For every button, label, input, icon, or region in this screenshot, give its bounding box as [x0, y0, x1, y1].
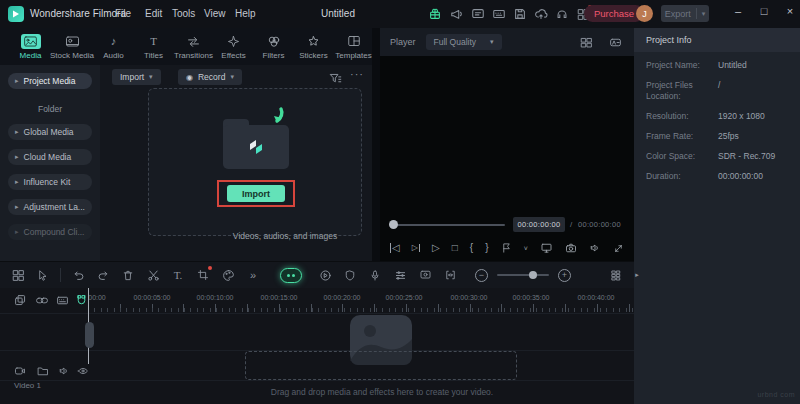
voiceover-mic-icon[interactable] [367, 267, 383, 283]
zoom-in-button[interactable]: + [558, 269, 571, 282]
watermark: urbnd com [757, 391, 795, 398]
volume-button[interactable] [589, 242, 601, 254]
record-to-track-icon[interactable] [13, 364, 27, 378]
marker-caret-icon[interactable]: ˅ [524, 245, 528, 252]
marker-button[interactable] [501, 242, 512, 254]
fit-timeline-icon[interactable] [442, 267, 458, 283]
sidebar-item-project-media[interactable]: ▸ Project Media [8, 73, 92, 89]
templates-icon [344, 34, 364, 49]
tab-titles[interactable]: T Titles [135, 30, 172, 64]
title-bar: Wondershare Filmora File Edit Tools View… [0, 0, 800, 28]
cloud-upload-icon[interactable] [533, 6, 549, 22]
text-tool-icon[interactable]: T. [170, 267, 186, 283]
tab-templates[interactable]: Templates [335, 30, 372, 64]
panel-divider[interactable] [372, 28, 380, 261]
record-dot-icon: ◉ [186, 73, 193, 82]
import-drop-zone[interactable]: Import Videos, audios, and images [148, 88, 362, 236]
sidebar-item-cloud-media[interactable]: ▸ Cloud Media [8, 149, 92, 165]
layout-grid-icon[interactable] [10, 267, 26, 283]
tab-effects[interactable]: Effects [215, 30, 252, 64]
notification-icon[interactable] [554, 6, 570, 22]
timeline-scrollbar-thumb[interactable] [85, 322, 94, 348]
tab-media[interactable]: Media [12, 30, 49, 64]
crop-icon[interactable] [195, 267, 211, 283]
close-button[interactable]: × [781, 5, 799, 17]
shortcut-panel-icon[interactable] [491, 6, 507, 22]
scrubber-handle[interactable] [389, 220, 398, 229]
quality-select[interactable]: Full Quality ▾ [426, 34, 502, 50]
track-height-caret-icon[interactable]: ▸ [629, 267, 645, 283]
color-palette-icon[interactable] [220, 267, 236, 283]
menu-file[interactable]: File [115, 8, 131, 19]
undo-icon[interactable] [70, 267, 86, 283]
multiview-icon[interactable] [578, 34, 594, 50]
play-button[interactable]: ▷ [432, 243, 440, 253]
previous-frame-button[interactable]: ◁ [390, 243, 400, 253]
import-button[interactable]: Import [227, 185, 285, 202]
avatar[interactable]: J [636, 5, 653, 22]
tab-stickers[interactable]: Stickers [295, 30, 332, 64]
add-marker-icon[interactable] [13, 293, 28, 308]
mark-in-button[interactable]: { [470, 243, 473, 253]
split-scissors-icon[interactable] [145, 267, 161, 283]
gift-icon[interactable] [427, 6, 443, 22]
track-visibility-icon[interactable] [76, 364, 90, 378]
sidebar-item-adjustment-layer[interactable]: ▸ Adjustment La... [8, 199, 92, 215]
feedback-icon[interactable] [470, 6, 486, 22]
tab-transitions[interactable]: Transitions [175, 30, 212, 64]
timeline-zoom-slider[interactable] [497, 274, 549, 276]
media-sidebar: ▸ Project Media Folder ▸ Global Media ▸ … [0, 65, 100, 261]
select-tool-icon[interactable] [35, 267, 51, 283]
stop-button[interactable]: □ [452, 243, 458, 253]
tab-filters[interactable]: Filters [255, 30, 292, 64]
project-info-rows: Project Name:Untitled Project Files Loca… [646, 60, 792, 182]
track-folder-icon[interactable] [36, 364, 50, 378]
auto-ripple-icon[interactable] [34, 293, 49, 308]
mark-out-button[interactable]: } [485, 243, 488, 253]
ai-copilot-icon[interactable] [280, 268, 302, 283]
mask-shield-icon[interactable] [342, 267, 358, 283]
more-tools-icon[interactable]: » [245, 267, 261, 283]
menu-tools[interactable]: Tools [172, 8, 195, 19]
magnet-snap-icon[interactable] [74, 293, 89, 308]
caret-right-icon: ▸ [15, 77, 19, 85]
menu-help[interactable]: Help [235, 8, 256, 19]
delete-icon[interactable] [120, 267, 136, 283]
menu-view[interactable]: View [204, 8, 226, 19]
ruler-label: 00:00 [88, 294, 106, 301]
track-mute-icon[interactable] [57, 364, 71, 378]
render-preview-icon[interactable] [317, 267, 333, 283]
zoom-slider-handle[interactable] [529, 271, 537, 279]
snapshot-button[interactable] [565, 242, 577, 254]
tab-audio[interactable]: ♪ Audio [95, 30, 132, 64]
import-dropdown[interactable]: Import ▾ [112, 69, 161, 85]
zoom-out-button[interactable]: − [475, 269, 488, 282]
screen-record-icon[interactable] [417, 267, 433, 283]
scrubber-track[interactable] [392, 224, 505, 226]
sidebar-item-compound-clip[interactable]: ▸ Compound Cli... [8, 224, 92, 240]
sidebar-item-influence-kit[interactable]: ▸ Influence Kit [8, 174, 92, 190]
player-scrubber[interactable]: 00:00:00:00 / 00:00:00:00 [380, 215, 634, 235]
next-frame-button[interactable]: ▷ [412, 244, 420, 252]
minimize-button[interactable]: – [729, 5, 747, 17]
more-options-icon[interactable]: ··· [350, 68, 364, 80]
export-divider [696, 8, 697, 19]
sidebar-item-global-media[interactable]: ▸ Global Media [8, 124, 92, 140]
redo-icon[interactable] [95, 267, 111, 283]
preview-display-button[interactable] [540, 242, 553, 254]
export-button[interactable]: Export ▾ [661, 5, 709, 22]
track-height-icon[interactable] [608, 267, 624, 283]
megaphone-icon[interactable] [449, 6, 465, 22]
menu-edit[interactable]: Edit [145, 8, 162, 19]
fullscreen-button[interactable] [613, 243, 624, 254]
record-dropdown[interactable]: ◉ Record ▾ [178, 69, 242, 85]
audio-mixer-icon[interactable] [392, 267, 408, 283]
render-quality-icon[interactable] [607, 34, 623, 50]
filter-icon[interactable] [328, 71, 342, 85]
keyboard-icon[interactable] [55, 293, 70, 308]
timeline-drop-zone[interactable] [245, 351, 517, 380]
save-icon[interactable] [512, 6, 528, 22]
maximize-button[interactable]: □ [755, 5, 773, 17]
tab-stock-media[interactable]: Stock Media [52, 30, 92, 64]
project-info-title: Project Info [634, 28, 800, 52]
